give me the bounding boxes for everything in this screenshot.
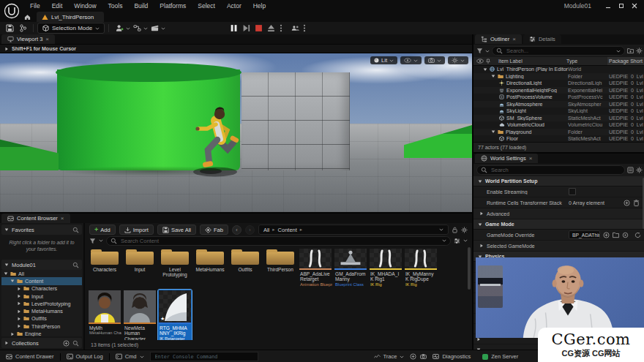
outliner-row[interactable]: VolumetricCloudVolumetricClouUEDPIE_0_Lv… [473, 121, 644, 129]
column-type[interactable]: Type [566, 59, 607, 64]
add-actor-icon[interactable] [113, 23, 126, 33]
outliner-row[interactable]: DirectionalLightDirectionalLighUEDPIE_0_… [473, 80, 644, 87]
outliner-row[interactable]: FloorStaticMeshActUEDPIE_0_Lvl_ [473, 135, 644, 142]
reset-icon[interactable] [634, 232, 641, 238]
project-tree-header[interactable]: Module01 [1, 260, 82, 270]
show-flags-dropdown[interactable] [400, 56, 422, 64]
chevron-down-icon[interactable] [485, 50, 490, 53]
content-drawer-button[interactable]: Content Drawer [0, 353, 60, 360]
tree-item-all[interactable]: All [1, 270, 82, 277]
diagnostics-button[interactable]: Diagnostics [427, 353, 476, 360]
output-log-button[interactable]: Output Log [61, 353, 109, 360]
tab-world-settings[interactable]: World Settings × [475, 154, 538, 163]
play-options-icon[interactable] [280, 24, 282, 32]
outliner-row[interactable]: LightingFolderUEDPIE_0_Lvl_ [473, 73, 644, 80]
settings-row-advanced[interactable]: Advanced [473, 208, 644, 219]
section-world-partition-setup[interactable]: World Partition Setup [473, 176, 644, 186]
folder-tile-characters[interactable]: Characters [88, 248, 121, 272]
outliner-row[interactable]: SM_SkySphereStaticMeshActUEDPIE_0_Lvl_ [473, 115, 644, 122]
folder-tile-metahumans[interactable]: MetaHumans [193, 248, 227, 272]
search-icon[interactable] [72, 227, 79, 233]
tree-item-levelprototyping[interactable]: LevelPrototyping [1, 300, 82, 307]
filter-icon[interactable] [476, 48, 483, 54]
outliner-search-box[interactable] [492, 46, 625, 56]
menu-actor[interactable]: Actor [222, 1, 247, 10]
close-icon[interactable]: × [45, 37, 49, 42]
home-icon[interactable] [24, 14, 31, 20]
outliner-row[interactable]: SkyLightSkyLightUEDPIE_0_Lvl_ [473, 108, 644, 115]
asset-tile-mymh[interactable]: MyMhMetaHuman Chara [88, 290, 121, 336]
tab-details[interactable]: Details [523, 34, 561, 44]
tab-outliner[interactable]: Outliner × [475, 34, 522, 44]
tree-item-content[interactable]: Content [1, 277, 82, 284]
asset-tile-newmeta-human-character[interactable]: NewMeta Human CharacterMetaHuman Chara [123, 290, 157, 340]
multiplayer-options-icon[interactable] [303, 24, 306, 32]
add-element-icon[interactable] [624, 200, 630, 206]
menu-select[interactable]: Select [192, 1, 220, 10]
snapshot-icon[interactable] [410, 353, 416, 360]
breadcrumb-item[interactable]: Content [278, 227, 297, 233]
pin-column-icon[interactable] [486, 59, 490, 64]
menu-build[interactable]: Build [129, 1, 153, 10]
search-icon[interactable] [72, 262, 79, 268]
eject-icon[interactable] [267, 24, 275, 32]
folder-tile-thirdperson[interactable]: ThirdPerson [263, 248, 297, 272]
gamemode-override-dropdown[interactable]: BP_ADAThirdPerso [569, 230, 600, 239]
menu-window[interactable]: Window [69, 1, 101, 10]
camera-options-dropdown[interactable] [424, 56, 445, 64]
menu-tools[interactable]: Tools [103, 1, 128, 10]
outliner-row[interactable]: PostProcessVolumePostProcessVcUEDPIE_0_L… [473, 94, 644, 101]
tab-content-browser[interactable]: Content Browser × [1, 214, 70, 223]
cinematics-icon[interactable] [148, 23, 161, 33]
asset-tile-ik-mymannyk-rigdupe[interactable]: IK_MyMannyK RigDupeIK Rig [404, 248, 438, 288]
close-button[interactable] [629, 1, 640, 10]
back-button[interactable]: ‹ [232, 225, 242, 235]
maximize-button[interactable] [616, 1, 626, 10]
outliner-row[interactable]: SkyAtmosphereSkyAtmospherUEDPIE_0_Lvl_ [473, 101, 644, 108]
viewport-scene[interactable]: Lit [0, 53, 472, 212]
selection-mode-dropdown[interactable]: Selection Mode [37, 23, 105, 34]
chevron-down-icon[interactable] [442, 239, 446, 242]
outliner-search-input[interactable] [505, 47, 614, 55]
menu-help[interactable]: Help [248, 1, 271, 10]
console-command-input[interactable] [154, 353, 255, 361]
forward-button[interactable]: › [245, 225, 255, 235]
viewport-settings-dropdown[interactable] [448, 56, 468, 64]
column-package[interactable]: Package Short [607, 57, 644, 65]
scrollbar[interactable] [468, 247, 471, 290]
stop-icon[interactable] [255, 24, 263, 32]
content-search-input[interactable] [119, 237, 440, 245]
save-icon[interactable] [3, 23, 16, 33]
chevron-down-icon[interactable] [99, 239, 103, 242]
add-button[interactable]: + Add [89, 225, 116, 235]
folder-tile-outfits[interactable]: Outfits [228, 248, 262, 272]
chevron-down-icon[interactable] [463, 239, 468, 242]
checkbox[interactable] [569, 188, 576, 195]
outliner-row[interactable]: Lvl_ThirdPerson (Play In Editor)World [473, 66, 644, 73]
world-settings-search-box[interactable] [476, 165, 625, 175]
view-mode-dropdown[interactable]: Lit [370, 56, 397, 64]
asset-tile-rtg-mhmanny-ikrig[interactable]: ★RTG_MHMANNY _IKRigIK Retargeter [158, 290, 192, 340]
menu-platforms[interactable]: Platforms [154, 1, 191, 10]
tab-viewport-3[interactable]: Viewport 3 × [1, 34, 55, 44]
tree-item-characters[interactable]: Characters [1, 285, 82, 293]
gear-icon[interactable] [461, 227, 468, 233]
content-search-box[interactable] [106, 236, 451, 246]
minimize-button[interactable] [603, 1, 613, 10]
tree-item-input[interactable]: Input [1, 293, 82, 300]
settings-row-selected-gamemode[interactable]: Selected GameMode [473, 241, 644, 252]
menu-file[interactable]: File [25, 1, 45, 10]
tree-item-outfits[interactable]: Outfits [1, 315, 82, 323]
asset-tile-gm-adafrom-manny[interactable]: GM_AdaFrom MannyBlueprint Class [334, 248, 367, 288]
zen-server-button[interactable]: Zen Server [476, 353, 524, 360]
chevron-down-icon[interactable] [161, 27, 165, 30]
collections-header[interactable]: Collections [1, 338, 82, 348]
asset-tile-abp-adalive-retarget[interactable]: ABP_AdaLive RetargetAnimation Blueprint [299, 248, 332, 288]
tree-item-thirdperson[interactable]: ThirdPerson [1, 323, 82, 330]
gear-icon[interactable] [636, 167, 643, 173]
lock-icon[interactable] [452, 227, 457, 233]
breadcrumb-item[interactable]: All [263, 227, 269, 233]
display-options-icon[interactable] [627, 167, 634, 173]
folder-tile-level-prototyping[interactable]: Level Prototyping [158, 248, 192, 278]
outliner-row[interactable]: ExponentialHeightFogExponentialHeiUEDPIE… [473, 87, 644, 94]
